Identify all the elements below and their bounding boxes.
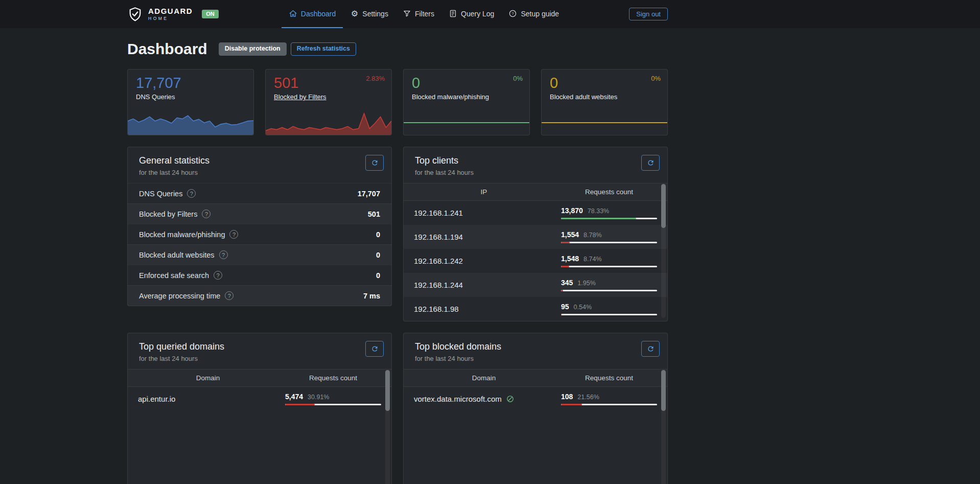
nav-item-label: Query Log	[461, 10, 494, 18]
nav-item-label: Dashboard	[301, 10, 336, 18]
refresh-button[interactable]	[365, 155, 384, 171]
refresh-button[interactable]	[641, 155, 660, 171]
scrollbar-thumb[interactable]	[661, 370, 666, 411]
refresh-statistics-button[interactable]: Refresh statistics	[291, 42, 356, 56]
scrollbar[interactable]	[385, 370, 390, 484]
requests-percent: 78.33%	[588, 208, 609, 215]
sparkline-chart	[404, 110, 529, 135]
client-ip[interactable]: 192.168.1.244	[414, 281, 554, 289]
nav-links: Dashboard⚙SettingsFiltersQuery Log?Setup…	[282, 0, 566, 28]
stat-cards-row: 17,707DNS Queries501Blocked by Filters2.…	[127, 69, 668, 135]
tracker-blocked-icon[interactable]	[506, 395, 515, 403]
stat-value: 0	[542, 70, 667, 91]
card-title: General statistics	[139, 155, 380, 166]
svg-text:?: ?	[512, 11, 515, 16]
adguard-shield-logo	[127, 6, 143, 23]
column-header: Requests count	[285, 374, 381, 382]
stats-row: Blocked adult websites?0	[128, 244, 391, 265]
refresh-icon	[371, 159, 379, 167]
requests-count: 1,554	[561, 231, 579, 239]
question-circle-icon[interactable]: ?	[202, 210, 211, 218]
domain-name[interactable]: api.entur.io	[138, 395, 278, 403]
table-header: IPRequests count	[404, 183, 667, 201]
requests-count: 13,870	[561, 206, 583, 215]
table-row: vortex.data.microsoft.com10821.56%	[404, 387, 667, 411]
nav-item-filters[interactable]: Filters	[395, 0, 441, 28]
table-row: api.entur.io5,47430.91%	[128, 387, 391, 411]
nav-item-label: Setup guide	[521, 10, 559, 18]
help-icon: ?	[508, 9, 517, 18]
progress-bar	[561, 266, 657, 267]
scrollbar[interactable]	[661, 184, 666, 318]
stat-value: 0	[404, 70, 529, 91]
stat-percent: 0%	[513, 75, 523, 82]
table-header: DomainRequests count	[404, 369, 667, 387]
navbar: ADGUARD HOME ON Dashboard⚙SettingsFilter…	[0, 0, 980, 28]
stats-row-label: Blocked adult websites?	[139, 250, 228, 259]
scrollbar[interactable]	[661, 370, 666, 484]
table-row: 192.168.1.2443451.95%	[404, 273, 667, 297]
column-header: Requests count	[561, 374, 657, 382]
requests-percent: 8.78%	[584, 232, 601, 239]
refresh-button[interactable]	[365, 341, 384, 357]
column-header: IP	[414, 188, 554, 196]
stat-card-blocked-adult: 0Blocked adult websites0%	[541, 69, 668, 135]
client-ip[interactable]: 192.168.1.194	[414, 233, 554, 241]
question-circle-icon[interactable]: ?	[229, 230, 238, 239]
card-subtitle: for the last 24 hours	[415, 355, 656, 362]
client-ip[interactable]: 192.168.1.242	[414, 257, 554, 265]
table-row: 192.168.1.24113,87078.33%	[404, 201, 667, 225]
stats-row-value: 501	[368, 210, 380, 218]
column-header: Requests count	[561, 188, 657, 196]
table-row: 192.168.1.98950.54%	[404, 297, 667, 321]
dashboard-page: Dashboard Disable protection Refresh sta…	[127, 40, 668, 484]
card-subtitle: for the last 24 hours	[139, 169, 380, 176]
column-header: Domain	[138, 374, 278, 382]
nav-item-setup-guide[interactable]: ?Setup guide	[501, 0, 566, 28]
stat-card-blocked-malware: 0Blocked malware/phishing0%	[403, 69, 530, 135]
stat-card-blocked-by-filters: 501Blocked by Filters2.83%	[265, 69, 392, 135]
nav-item-dashboard[interactable]: Dashboard	[282, 0, 343, 28]
stat-card-dns-queries: 17,707DNS Queries	[127, 69, 254, 135]
stats-row-value: 0	[376, 231, 380, 239]
question-circle-icon[interactable]: ?	[225, 291, 234, 300]
nav-item-query-log[interactable]: Query Log	[441, 0, 501, 28]
scrollbar-thumb[interactable]	[661, 184, 666, 228]
scrollbar-thumb[interactable]	[385, 370, 390, 411]
requests-percent: 1.95%	[577, 280, 595, 287]
client-ip[interactable]: 192.168.1.241	[414, 209, 554, 217]
requests-percent: 8.74%	[584, 256, 601, 263]
stat-percent: 0%	[651, 75, 661, 82]
stats-row: Blocked malware/phishing?0	[128, 224, 391, 244]
stats-row-label: Average processing time?	[139, 291, 234, 300]
requests-count: 108	[561, 393, 573, 401]
stats-row: Enforced safe search?0	[128, 265, 391, 285]
question-circle-icon[interactable]: ?	[187, 189, 196, 198]
stats-row-value: 7 ms	[363, 292, 380, 300]
protection-status-badge: ON	[202, 10, 219, 18]
stats-row: Blocked by Filters?501	[128, 203, 391, 224]
brand-subtitle: HOME	[148, 16, 193, 21]
adguard-brand[interactable]: ADGUARD HOME ON	[127, 6, 219, 23]
requests-count: 95	[561, 303, 569, 311]
client-ip[interactable]: 192.168.1.98	[414, 305, 554, 313]
sparkline-chart	[128, 110, 253, 135]
requests-count: 5,474	[285, 393, 303, 401]
card-title: Top queried domains	[139, 341, 380, 352]
requests-percent: 0.54%	[574, 304, 592, 311]
funnel-icon	[403, 9, 411, 18]
column-header: Domain	[414, 374, 554, 382]
disable-protection-button[interactable]: Disable protection	[219, 42, 287, 56]
domain-name[interactable]: vortex.data.microsoft.com	[414, 395, 554, 403]
question-circle-icon[interactable]: ?	[214, 271, 222, 280]
table-row: 192.168.1.2421,5488.74%	[404, 249, 667, 273]
refresh-button[interactable]	[641, 341, 660, 357]
dashboard-grid: General statisticsfor the last 24 hoursD…	[127, 147, 668, 484]
nav-item-settings[interactable]: ⚙Settings	[343, 0, 395, 28]
stat-label[interactable]: Blocked by Filters	[266, 91, 335, 101]
top-blocked-domains-card: Top blocked domainsfor the last 24 hours…	[403, 333, 668, 484]
refresh-icon	[647, 345, 655, 353]
sign-out-button[interactable]: Sign out	[629, 8, 668, 20]
progress-bar	[561, 242, 657, 243]
question-circle-icon[interactable]: ?	[219, 250, 228, 259]
